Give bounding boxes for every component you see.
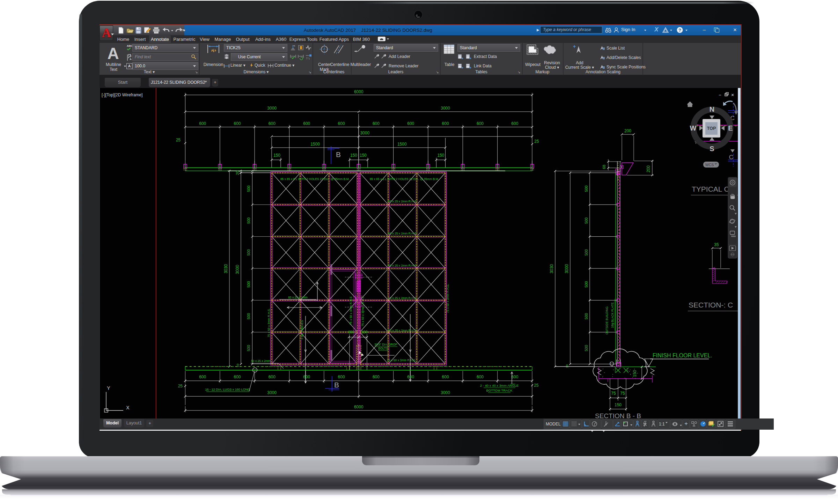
svg-text:1500: 1500 — [397, 142, 407, 147]
svg-text:75 x 50 x 3mm R.H.S: 75 x 50 x 3mm R.H.S — [349, 296, 353, 325]
svg-text:Q: Q — [609, 361, 614, 367]
svg-text:3000: 3000 — [267, 106, 277, 111]
svg-text:600: 600 — [407, 375, 414, 379]
svg-text:N: N — [710, 105, 714, 113]
svg-text:SECTION B - B: SECTION B - B — [595, 412, 641, 418]
svg-text:BOLTS: BOLTS — [378, 347, 388, 350]
svg-text:B: B — [334, 381, 339, 389]
svg-text:3000: 3000 — [441, 390, 450, 395]
svg-text:500: 500 — [584, 345, 588, 351]
svg-text:35: 35 — [714, 242, 719, 247]
svg-text:[-][Top][2D Wireframe]: [-][Top][2D Wireframe] — [102, 92, 142, 97]
svg-text:S: S — [710, 145, 714, 153]
svg-text:150: 150 — [361, 330, 368, 334]
svg-text:25: 25 — [178, 384, 183, 388]
svg-text:150: 150 — [615, 402, 622, 407]
svg-text:500: 500 — [584, 313, 588, 319]
svg-text:75 x 50 x 3mm R.H.S.: 75 x 50 x 3mm R.H.S. — [267, 308, 271, 337]
svg-text:SECTION-: C: SECTION-: C — [689, 301, 733, 309]
svg-text:600: 600 — [234, 121, 241, 126]
svg-text:OUTSIDE BUILDING: OUTSIDE BUILDING — [605, 306, 609, 334]
svg-text:150: 150 — [632, 370, 637, 377]
svg-text:500: 500 — [247, 281, 251, 287]
svg-text:500: 500 — [584, 249, 588, 255]
svg-text:18g BLACK PLATE.: 18g BLACK PLATE. — [611, 302, 614, 328]
svg-text:Y: Y — [107, 385, 110, 391]
svg-text:500: 500 — [247, 185, 251, 192]
svg-text:3030: 3030 — [549, 264, 554, 273]
svg-text:W: W — [690, 124, 697, 132]
svg-text:500: 500 — [247, 345, 251, 351]
svg-text:3000: 3000 — [267, 390, 277, 395]
svg-text:600: 600 — [511, 375, 518, 379]
svg-text:150: 150 — [350, 153, 357, 158]
svg-text:75 x 50 x 3(mm) R.H.S: 75 x 50 x 3(mm) R.H.S — [361, 296, 365, 326]
svg-text:3/16" DIA. DROP: 3/16" DIA. DROP — [374, 343, 397, 346]
svg-text:600: 600 — [511, 121, 518, 126]
svg-text:500: 500 — [247, 249, 251, 255]
svg-text:×: × — [731, 92, 734, 98]
svg-text:A: A — [130, 58, 132, 61]
svg-text:75: 75 — [611, 391, 616, 396]
svg-text:600: 600 — [199, 375, 206, 379]
svg-text:50 x 25 x 2mm R.H.S: 50 x 25 x 2mm R.H.S — [388, 200, 417, 203]
svg-text:600: 600 — [303, 375, 310, 379]
svg-text:16 - 12 DIA. LUGS x 160 LONG: 16 - 12 DIA. LUGS x 160 LONG — [205, 387, 250, 391]
svg-text:600: 600 — [477, 375, 484, 379]
svg-text:150: 150 — [437, 153, 444, 158]
svg-text:600: 600 — [442, 121, 449, 126]
svg-text:−: − — [719, 92, 721, 98]
svg-text:10: 10 — [565, 364, 569, 368]
svg-text:C: C — [729, 154, 733, 161]
svg-text:600: 600 — [373, 375, 380, 379]
svg-text:500: 500 — [584, 217, 588, 224]
svg-text:600: 600 — [373, 121, 380, 126]
svg-text:?: ? — [678, 28, 681, 33]
svg-text:500: 500 — [584, 185, 588, 192]
svg-text:75 x 50 x 3mm R.H.S.: 75 x 50 x 3mm R.H.S. — [446, 284, 449, 313]
svg-text:600: 600 — [442, 375, 449, 379]
svg-text:500: 500 — [247, 313, 251, 319]
svg-text:WCS: WCS — [705, 163, 714, 167]
svg-text:FINISH FLOOR LEVEL.: FINISH FLOOR LEVEL. — [653, 353, 712, 358]
svg-text:+: + — [573, 44, 576, 49]
svg-text:6000: 6000 — [354, 89, 363, 94]
svg-text:200: 200 — [646, 165, 651, 172]
svg-text:3030: 3030 — [223, 264, 228, 273]
svg-text:68: 68 — [602, 165, 606, 169]
svg-text:200: 200 — [624, 128, 631, 133]
svg-text:TOP: TOP — [707, 126, 716, 131]
svg-text:3000: 3000 — [360, 131, 370, 135]
svg-text:1500: 1500 — [310, 142, 320, 147]
svg-text:3000: 3000 — [564, 264, 569, 273]
svg-text:150: 150 — [348, 330, 354, 334]
svg-text:3 No. HINGES: 3 No. HINGES — [300, 320, 304, 340]
svg-text:20: 20 — [235, 171, 240, 175]
svg-text:600: 600 — [303, 121, 310, 126]
svg-text:600: 600 — [269, 375, 275, 379]
svg-text:50 x 25 x 2mm R.H.S: 50 x 25 x 2mm R.H.S — [388, 264, 417, 267]
svg-text:600: 600 — [338, 375, 345, 379]
svg-text:50 x 25 x 2mm R.H.S: 50 x 25 x 2mm R.H.S — [388, 329, 417, 332]
svg-text:85 x 85 x 8 L WITH 2 HOLES 22: 85 x 85 x 8 L WITH 2 HOLES 22 DIA. @ 35m… — [280, 177, 350, 181]
svg-text:X: X — [126, 405, 130, 410]
svg-text:600: 600 — [269, 121, 275, 126]
svg-text:600: 600 — [234, 375, 241, 379]
svg-text:500: 500 — [247, 217, 251, 224]
svg-text:A: A — [130, 54, 132, 57]
svg-text:600: 600 — [407, 121, 414, 126]
svg-text:6000: 6000 — [354, 405, 363, 409]
svg-text:60 x 25 x 2mm: 60 x 25 x 2mm — [288, 296, 308, 299]
svg-text:2 - 40 x 40 x 3mm ANGLE: 2 - 40 x 40 x 3mm ANGLE — [480, 384, 519, 387]
svg-text:50 x 25 x 2mm R.H.S: 50 x 25 x 2mm R.H.S — [388, 232, 417, 235]
svg-text:3000: 3000 — [235, 265, 240, 274]
svg-text:150: 150 — [273, 153, 280, 158]
svg-text:BOTTOM TRACK: BOTTOM TRACK — [486, 388, 513, 392]
svg-text:B: B — [336, 150, 341, 158]
svg-text:75 x 50 x 3mm R.H.S.: 75 x 50 x 3mm R.H.S. — [387, 358, 416, 362]
svg-text:E: E — [728, 124, 733, 132]
svg-text:600: 600 — [477, 121, 484, 126]
svg-text:75: 75 — [620, 391, 625, 396]
svg-text:65 x 65 x 6 L WITH 2 HOLES 22: 65 x 65 x 6 L WITH 2 HOLES 22 DIA. @ 35m… — [370, 177, 439, 181]
svg-text:50 x 25 x 2mm: 50 x 25 x 2mm — [251, 359, 271, 363]
